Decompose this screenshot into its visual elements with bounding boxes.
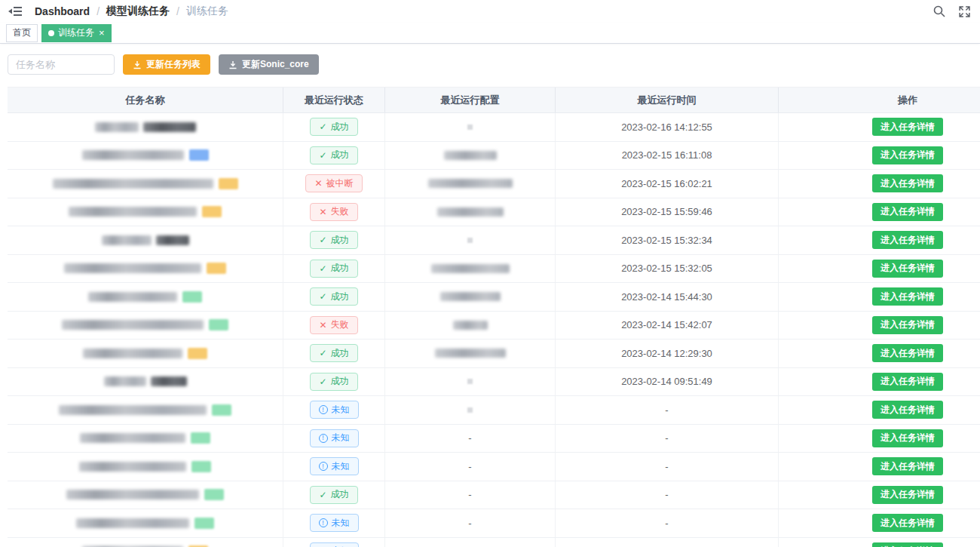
update-sonic-core-button[interactable]: 更新Sonic_core [219, 54, 319, 75]
top-bar: Dashboard / 模型训练任务 / 训练任务 [0, 0, 980, 23]
enter-task-detail-button[interactable]: 进入任务详情 [872, 203, 943, 221]
task-tag-green [194, 518, 214, 529]
breadcrumb-separator: / [96, 5, 100, 17]
enter-task-detail-button[interactable]: 进入任务详情 [872, 542, 943, 547]
task-name-cell [8, 340, 283, 367]
config-cell [385, 198, 556, 226]
time-cell: 2023-02-15 15:32:05 [556, 255, 779, 283]
run-time-value: 2023-02-14 15:42:07 [621, 319, 712, 330]
enter-task-detail-button[interactable]: 进入任务详情 [872, 260, 943, 278]
enter-task-detail-button[interactable]: 进入任务详情 [872, 429, 943, 447]
check-icon: ✓ [319, 490, 326, 499]
enter-task-detail-button[interactable]: 进入任务详情 [872, 514, 943, 532]
check-icon: ✓ [319, 292, 326, 301]
task-tag-blue [189, 149, 209, 161]
time-cell: 2023-02-14 09:51:49 [556, 368, 779, 396]
check-icon: ✓ [319, 122, 326, 131]
status-label: 成功 [331, 290, 349, 303]
table-row: ✕被中断2023-02-15 16:02:21进入任务详情 [8, 170, 980, 198]
action-cell: 进入任务详情 [779, 170, 980, 198]
tab-home[interactable]: 首页 [6, 24, 38, 42]
status-cell: ✓成功 [283, 481, 385, 509]
fullscreen-icon[interactable] [957, 5, 971, 18]
action-cell: 进入任务详情 [779, 198, 980, 226]
enter-task-detail-button[interactable]: 进入任务详情 [872, 118, 943, 136]
status-cell: !未知 [283, 538, 385, 547]
table-row: ✕失败2023-02-15 15:59:46进入任务详情 [8, 198, 980, 227]
enter-task-detail-button[interactable]: 进入任务详情 [872, 316, 943, 334]
status-label: 未知 [332, 460, 350, 473]
enter-task-detail-button[interactable]: 进入任务详情 [872, 287, 943, 306]
status-label: 成功 [331, 488, 349, 501]
task-name-redacted [59, 405, 207, 415]
task-name-redacted [102, 235, 152, 245]
action-cell: 进入任务详情 [779, 368, 980, 396]
status-badge: !未知 [310, 457, 359, 475]
action-cell: 进入任务详情 [779, 481, 980, 509]
task-name-redacted [95, 122, 139, 132]
status-label: 失败 [331, 318, 349, 331]
status-label: 未知 [332, 517, 350, 530]
status-label: 未知 [332, 404, 350, 416]
breadcrumb-training-tasks: 训练任务 [186, 5, 228, 18]
config-redacted-dot [467, 124, 473, 130]
enter-task-detail-button[interactable]: 进入任务详情 [872, 401, 943, 419]
tab-training-tasks[interactable]: 训练任务 × [41, 24, 112, 42]
info-circle-icon: ! [319, 434, 328, 443]
run-time-value: 2023-02-15 15:32:05 [621, 263, 712, 274]
enter-task-detail-button[interactable]: 进入任务详情 [872, 174, 943, 192]
breadcrumb-model-training-tasks[interactable]: 模型训练任务 [106, 5, 170, 18]
config-empty: - [468, 489, 471, 500]
status-cell: ✕被中断 [283, 170, 385, 198]
topbar-actions [933, 5, 971, 18]
update-task-list-button[interactable]: 更新任务列表 [123, 54, 210, 75]
config-redacted [431, 264, 510, 273]
status-cell: ✓成功 [283, 283, 385, 311]
table-row: !未知-进入任务详情 [8, 396, 980, 425]
status-badge: ✓成功 [310, 344, 357, 362]
config-cell [385, 226, 556, 254]
config-redacted [444, 151, 497, 160]
toolbar: 更新任务列表 更新Sonic_core [8, 54, 980, 75]
header-run-status: 最近运行状态 [283, 88, 385, 112]
task-name-cell [8, 142, 283, 170]
hamburger-icon[interactable] [6, 2, 24, 20]
task-tag-green [191, 461, 211, 472]
enter-task-detail-button[interactable]: 进入任务详情 [872, 457, 943, 475]
config-cell [385, 170, 556, 198]
config-cell: - [385, 425, 556, 453]
status-badge: ✕被中断 [305, 174, 362, 192]
tab-training-tasks-label: 训练任务 [58, 26, 94, 39]
run-time-value: - [665, 404, 668, 416]
run-time-value: - [665, 489, 668, 500]
run-time-value: 2023-02-14 15:44:30 [621, 291, 712, 303]
enter-task-detail-button[interactable]: 进入任务详情 [872, 373, 943, 391]
config-cell: - [385, 453, 556, 481]
config-cell [385, 255, 556, 283]
config-redacted [435, 349, 506, 358]
status-cell: ✓成功 [283, 368, 385, 396]
task-name-cell [8, 425, 283, 453]
run-time-value: 2023-02-15 15:32:34 [621, 235, 712, 246]
info-circle-icon: ! [319, 462, 328, 471]
header-task-name: 任务名称 [8, 88, 283, 112]
time-cell: - [556, 509, 779, 537]
task-name-input[interactable] [8, 54, 115, 75]
enter-task-detail-button[interactable]: 进入任务详情 [872, 344, 943, 362]
time-cell: 2023-02-15 15:32:34 [556, 226, 779, 254]
config-cell [385, 113, 556, 141]
run-time-value: 2023-02-15 16:02:21 [621, 178, 712, 189]
tab-close-icon[interactable]: × [99, 28, 105, 38]
task-name-cell [8, 396, 283, 424]
status-badge: !未知 [310, 429, 359, 447]
enter-task-detail-button[interactable]: 进入任务详情 [872, 231, 943, 249]
time-cell: - [556, 396, 779, 424]
search-icon[interactable] [933, 5, 946, 18]
task-name-cell [8, 481, 283, 509]
breadcrumb-dashboard[interactable]: Dashboard [35, 5, 90, 17]
status-cell: !未知 [283, 396, 385, 424]
enter-task-detail-button[interactable]: 进入任务详情 [872, 146, 943, 164]
status-badge: !未知 [310, 514, 359, 532]
task-name-cell [8, 226, 283, 254]
enter-task-detail-button[interactable]: 进入任务详情 [872, 486, 943, 504]
